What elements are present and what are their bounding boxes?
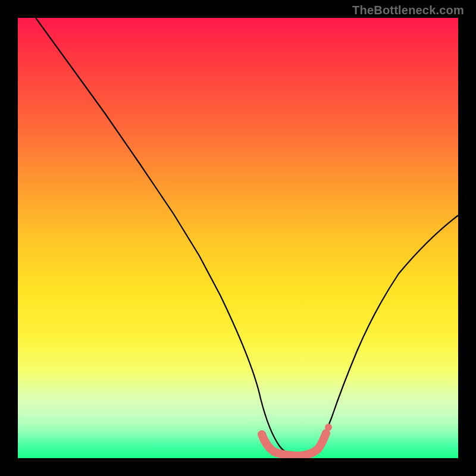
plot-area [18, 18, 458, 458]
trough-band [262, 433, 326, 456]
watermark-text: TheBottleneck.com [352, 4, 464, 17]
chart-frame: TheBottleneck.com [0, 0, 476, 476]
trough-end-dot [325, 424, 332, 431]
bottleneck-curve-path [36, 18, 458, 455]
bottleneck-curve-svg [18, 18, 458, 458]
